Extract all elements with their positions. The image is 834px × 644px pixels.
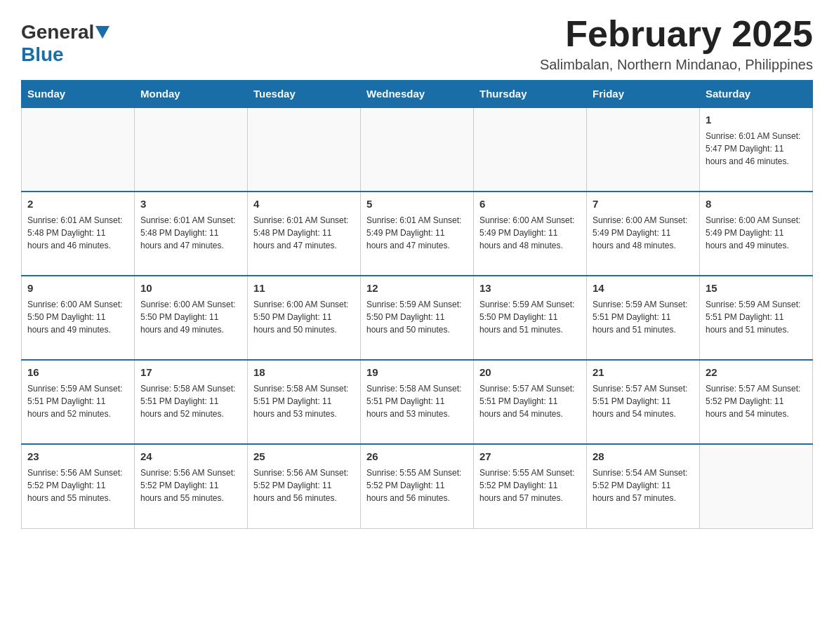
calendar-cell: 26Sunrise: 5:55 AM Sunset: 5:52 PM Dayli… (361, 444, 474, 528)
calendar-cell: 6Sunrise: 6:00 AM Sunset: 5:49 PM Daylig… (474, 192, 587, 276)
calendar-cell (587, 107, 700, 192)
day-number: 20 (479, 365, 581, 380)
calendar-cell: 2Sunrise: 6:01 AM Sunset: 5:48 PM Daylig… (22, 192, 135, 276)
day-number: 15 (706, 281, 807, 296)
calendar-cell: 17Sunrise: 5:58 AM Sunset: 5:51 PM Dayli… (135, 360, 248, 444)
day-info: Sunrise: 6:00 AM Sunset: 5:49 PM Dayligh… (593, 214, 694, 252)
calendar-cell (361, 107, 474, 192)
calendar-header-tuesday: Tuesday (248, 81, 361, 108)
calendar-header-monday: Monday (135, 81, 248, 108)
day-number: 17 (140, 365, 241, 380)
day-number: 7 (593, 196, 694, 212)
title-section: February 2025 Salimbalan, Northern Minda… (540, 14, 813, 73)
day-number: 16 (27, 365, 128, 380)
day-number: 25 (253, 449, 355, 464)
calendar-table: SundayMondayTuesdayWednesdayThursdayFrid… (21, 80, 813, 529)
calendar-header-saturday: Saturday (700, 81, 813, 108)
calendar-cell: 27Sunrise: 5:55 AM Sunset: 5:52 PM Dayli… (474, 444, 587, 528)
day-number: 18 (253, 365, 355, 380)
calendar-header-row: SundayMondayTuesdayWednesdayThursdayFrid… (22, 81, 813, 108)
calendar-cell (248, 107, 361, 192)
calendar-cell: 13Sunrise: 5:59 AM Sunset: 5:50 PM Dayli… (474, 276, 587, 360)
day-info: Sunrise: 6:00 AM Sunset: 5:50 PM Dayligh… (140, 298, 241, 336)
calendar-cell: 16Sunrise: 5:59 AM Sunset: 5:51 PM Dayli… (22, 360, 135, 444)
day-info: Sunrise: 5:56 AM Sunset: 5:52 PM Dayligh… (27, 467, 128, 504)
day-number: 27 (479, 449, 581, 464)
day-number: 26 (366, 449, 468, 464)
calendar-cell: 24Sunrise: 5:56 AM Sunset: 5:52 PM Dayli… (135, 444, 248, 528)
day-info: Sunrise: 5:59 AM Sunset: 5:51 PM Dayligh… (593, 298, 694, 336)
calendar-cell: 21Sunrise: 5:57 AM Sunset: 5:51 PM Dayli… (587, 360, 700, 444)
day-number: 24 (140, 449, 241, 464)
day-number: 10 (140, 281, 241, 296)
calendar-cell: 7Sunrise: 6:00 AM Sunset: 5:49 PM Daylig… (587, 192, 700, 276)
day-number: 8 (706, 196, 807, 212)
day-info: Sunrise: 5:55 AM Sunset: 5:52 PM Dayligh… (366, 467, 468, 504)
day-info: Sunrise: 6:00 AM Sunset: 5:50 PM Dayligh… (253, 298, 355, 336)
day-number: 23 (27, 449, 128, 464)
day-info: Sunrise: 6:01 AM Sunset: 5:49 PM Dayligh… (366, 214, 468, 252)
day-info: Sunrise: 5:58 AM Sunset: 5:51 PM Dayligh… (366, 382, 468, 420)
calendar-cell: 20Sunrise: 5:57 AM Sunset: 5:51 PM Dayli… (474, 360, 587, 444)
calendar-cell: 10Sunrise: 6:00 AM Sunset: 5:50 PM Dayli… (135, 276, 248, 360)
calendar-cell: 15Sunrise: 5:59 AM Sunset: 5:51 PM Dayli… (700, 276, 813, 360)
calendar-cell: 1Sunrise: 6:01 AM Sunset: 5:47 PM Daylig… (700, 107, 813, 192)
location-title: Salimbalan, Northern Mindanao, Philippin… (540, 57, 813, 73)
day-info: Sunrise: 6:01 AM Sunset: 5:48 PM Dayligh… (253, 214, 355, 252)
calendar-cell: 9Sunrise: 6:00 AM Sunset: 5:50 PM Daylig… (22, 276, 135, 360)
calendar-cell: 23Sunrise: 5:56 AM Sunset: 5:52 PM Dayli… (22, 444, 135, 528)
calendar-header-friday: Friday (587, 81, 700, 108)
day-info: Sunrise: 5:58 AM Sunset: 5:51 PM Dayligh… (253, 382, 355, 420)
calendar-week-row: 9Sunrise: 6:00 AM Sunset: 5:50 PM Daylig… (22, 276, 813, 360)
day-number: 11 (253, 281, 355, 296)
day-number: 3 (140, 196, 241, 212)
day-number: 6 (479, 196, 581, 212)
day-info: Sunrise: 6:01 AM Sunset: 5:48 PM Dayligh… (27, 214, 128, 252)
day-info: Sunrise: 6:01 AM Sunset: 5:48 PM Dayligh… (140, 214, 241, 252)
day-info: Sunrise: 6:00 AM Sunset: 5:50 PM Dayligh… (27, 298, 128, 336)
calendar-cell: 12Sunrise: 5:59 AM Sunset: 5:50 PM Dayli… (361, 276, 474, 360)
day-info: Sunrise: 5:56 AM Sunset: 5:52 PM Dayligh… (253, 467, 355, 504)
day-info: Sunrise: 5:59 AM Sunset: 5:50 PM Dayligh… (479, 298, 581, 336)
calendar-cell: 28Sunrise: 5:54 AM Sunset: 5:52 PM Dayli… (587, 444, 700, 528)
calendar-cell: 22Sunrise: 5:57 AM Sunset: 5:52 PM Dayli… (700, 360, 813, 444)
calendar-cell: 14Sunrise: 5:59 AM Sunset: 5:51 PM Dayli… (587, 276, 700, 360)
calendar-cell (22, 107, 135, 192)
day-number: 13 (479, 281, 581, 296)
calendar-cell: 8Sunrise: 6:00 AM Sunset: 5:49 PM Daylig… (700, 192, 813, 276)
calendar-week-row: 1Sunrise: 6:01 AM Sunset: 5:47 PM Daylig… (22, 107, 813, 192)
calendar-cell: 25Sunrise: 5:56 AM Sunset: 5:52 PM Dayli… (248, 444, 361, 528)
day-number: 19 (366, 365, 468, 380)
day-number: 9 (27, 281, 128, 296)
calendar-cell: 19Sunrise: 5:58 AM Sunset: 5:51 PM Dayli… (361, 360, 474, 444)
day-info: Sunrise: 5:58 AM Sunset: 5:51 PM Dayligh… (140, 382, 241, 420)
day-number: 1 (706, 112, 807, 128)
calendar-cell: 4Sunrise: 6:01 AM Sunset: 5:48 PM Daylig… (248, 192, 361, 276)
day-number: 14 (593, 281, 694, 296)
logo: General Blue (21, 21, 111, 66)
day-number: 5 (366, 196, 468, 212)
day-number: 22 (706, 365, 807, 380)
day-info: Sunrise: 5:55 AM Sunset: 5:52 PM Dayligh… (479, 467, 581, 504)
month-title: February 2025 (540, 14, 813, 54)
day-number: 28 (593, 449, 694, 464)
calendar-cell: 11Sunrise: 6:00 AM Sunset: 5:50 PM Dayli… (248, 276, 361, 360)
logo-triangle-icon (95, 26, 110, 39)
day-info: Sunrise: 5:57 AM Sunset: 5:51 PM Dayligh… (479, 382, 581, 420)
day-number: 4 (253, 196, 355, 212)
calendar-week-row: 23Sunrise: 5:56 AM Sunset: 5:52 PM Dayli… (22, 444, 813, 528)
day-number: 12 (366, 281, 468, 296)
day-number: 21 (593, 365, 694, 380)
calendar-header-thursday: Thursday (474, 81, 587, 108)
calendar-cell: 5Sunrise: 6:01 AM Sunset: 5:49 PM Daylig… (361, 192, 474, 276)
day-info: Sunrise: 5:57 AM Sunset: 5:52 PM Dayligh… (706, 382, 807, 420)
day-info: Sunrise: 5:59 AM Sunset: 5:50 PM Dayligh… (366, 298, 468, 336)
day-info: Sunrise: 6:01 AM Sunset: 5:47 PM Dayligh… (706, 130, 807, 168)
calendar-cell: 18Sunrise: 5:58 AM Sunset: 5:51 PM Dayli… (248, 360, 361, 444)
calendar-cell (135, 107, 248, 192)
day-info: Sunrise: 6:00 AM Sunset: 5:49 PM Dayligh… (706, 214, 807, 252)
calendar-cell (700, 444, 813, 528)
day-info: Sunrise: 5:59 AM Sunset: 5:51 PM Dayligh… (27, 382, 128, 420)
day-info: Sunrise: 5:56 AM Sunset: 5:52 PM Dayligh… (140, 467, 241, 504)
day-info: Sunrise: 5:57 AM Sunset: 5:51 PM Dayligh… (593, 382, 694, 420)
